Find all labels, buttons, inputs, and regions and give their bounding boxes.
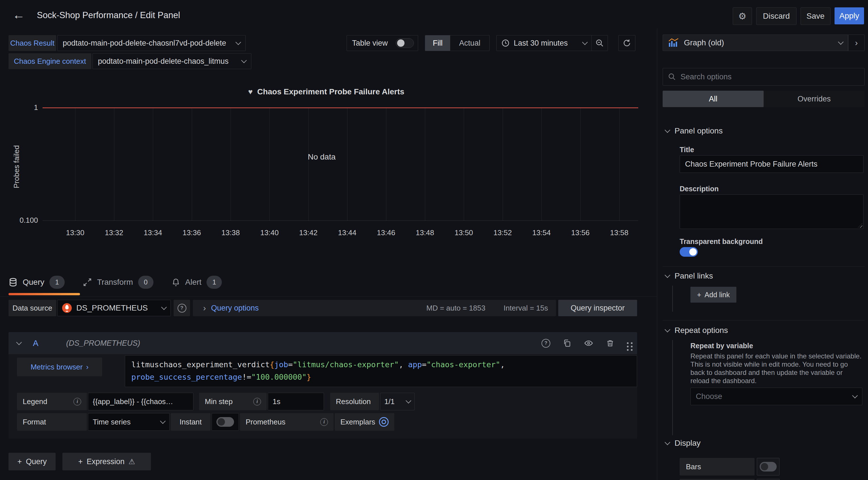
instant-toggle-box	[212, 413, 239, 431]
collapse-chevron-icon[interactable]	[16, 339, 22, 345]
eye-icon[interactable]	[584, 339, 593, 348]
table-view-label: Table view	[352, 39, 388, 47]
fill-option[interactable]: Fill	[425, 35, 450, 51]
title-field-label: Title	[680, 146, 694, 154]
promql-editor[interactable]: litmuschaos_experiment_verdict{job="litm…	[125, 355, 637, 387]
promql-token: app	[408, 360, 422, 369]
visualization-picker[interactable]: Graph (old)	[663, 35, 848, 51]
datasource-select[interactable]: DS_PROMETHEUS	[57, 300, 171, 316]
add-link-button[interactable]: + Add link	[690, 287, 736, 303]
datasource-help-button[interactable]: ?	[174, 300, 190, 316]
resolution-value: 1/1	[384, 397, 395, 406]
toggle-knob	[397, 39, 404, 47]
trash-icon[interactable]	[606, 339, 614, 348]
panel-title-input[interactable]: Chaos Experiment Probe Failure Alerts	[680, 155, 864, 173]
back-arrow-icon[interactable]: ←	[12, 8, 25, 22]
chevron-down-icon	[664, 272, 670, 278]
next-option-row-clipped	[680, 479, 754, 480]
section-title: Repeat options	[675, 326, 728, 335]
bars-label-box: Bars	[680, 458, 754, 476]
panel-description-textarea[interactable]	[680, 194, 864, 229]
zoom-out-time-button[interactable]	[591, 35, 608, 51]
section-rail	[672, 340, 673, 435]
repeat-variable-select[interactable]: Choose	[690, 388, 862, 405]
tab-transform[interactable]: Transform 0	[83, 276, 153, 289]
info-icon: i	[73, 398, 81, 406]
discard-button[interactable]: Discard	[756, 7, 797, 25]
promql-token: litmuschaos_experiment_verdict	[131, 360, 270, 369]
actual-option[interactable]: Actual	[450, 35, 489, 51]
x-tick-label: 13:56	[560, 228, 600, 237]
table-view-toggle[interactable]	[396, 38, 414, 48]
datasource-label: Data source	[8, 300, 56, 316]
transparent-background-label: Transparent background	[680, 237, 763, 246]
tab-query[interactable]: Query 1	[8, 276, 65, 289]
graph-viz-icon	[668, 38, 679, 47]
resize-handle[interactable]	[858, 223, 862, 228]
plus-icon: +	[78, 457, 83, 466]
exemplars-target-icon[interactable]	[379, 417, 389, 427]
table-view-control: Table view	[347, 35, 418, 51]
transparent-background-toggle[interactable]	[680, 247, 698, 257]
save-button[interactable]: Save	[801, 7, 831, 25]
duplicate-icon[interactable]	[563, 339, 571, 348]
gridline	[464, 108, 464, 221]
transform-icon	[83, 278, 92, 287]
variable-dropdown-chaos-engine-context[interactable]: podtato-main-pod-delete-chaos_litmus	[92, 53, 251, 69]
y-tick-1: 1	[26, 103, 38, 112]
drag-handle-icon[interactable]	[627, 342, 628, 344]
tab-label: Alert	[185, 278, 202, 287]
exemplars-label: Exemplars	[340, 418, 375, 426]
query-row-header[interactable]: A (DS_PROMETHEUS) ?	[8, 332, 637, 354]
question-circle-icon: ?	[178, 304, 186, 312]
options-tabs: All Overrides	[663, 91, 865, 107]
tab-overrides[interactable]: Overrides	[764, 91, 865, 107]
gridline	[192, 108, 192, 221]
query-options-link[interactable]: Query options	[211, 304, 426, 312]
time-range-picker[interactable]: Last 30 minutes	[496, 35, 592, 51]
format-select[interactable]: Time series	[88, 413, 169, 431]
panel-options-header[interactable]: Panel options	[665, 126, 723, 135]
section-title: Panel links	[675, 271, 713, 280]
plus-icon: +	[697, 291, 701, 299]
x-tick-label: 13:52	[483, 228, 523, 237]
panel-links-header[interactable]: Panel links	[665, 271, 713, 280]
repeat-options-header[interactable]: Repeat options	[665, 326, 728, 335]
add-expression-button[interactable]: + Expression ⚠	[62, 453, 151, 470]
gear-icon: ⚙	[738, 11, 747, 22]
query-help-icon[interactable]: ?	[541, 339, 550, 348]
no-data-text: No data	[308, 152, 336, 162]
tab-alert[interactable]: Alert 1	[172, 276, 222, 289]
variable-dropdown-chaos-result[interactable]: podtato-main-pod-delete-chaosnl7vd-pod-d…	[57, 35, 246, 51]
apply-button[interactable]: Apply	[835, 7, 864, 24]
instant-toggle[interactable]	[216, 417, 234, 427]
search-placeholder: Search options	[681, 72, 732, 81]
display-header[interactable]: Display	[665, 439, 701, 448]
plot-area[interactable]	[42, 107, 638, 221]
bars-toggle[interactable]	[760, 462, 777, 472]
tab-count-badge: 0	[138, 276, 153, 289]
promql-token: ,	[399, 360, 408, 369]
legend-input[interactable]: {{app_label}} - {{chaos…	[88, 393, 193, 410]
search-options-input[interactable]: Search options	[663, 68, 865, 85]
tab-all[interactable]: All	[663, 91, 764, 107]
metrics-browser-button[interactable]: Metrics browser ›	[17, 357, 102, 376]
variable-value-text: podtato-main-pod-delete-chaosnl7vd-pod-d…	[63, 39, 226, 47]
next-toggle-clipped	[757, 479, 779, 480]
clock-icon	[501, 39, 510, 47]
add-query-button[interactable]: + Query	[8, 453, 56, 470]
query-inspector-button[interactable]: Query inspector	[558, 300, 637, 316]
chart-title-row[interactable]: ♥ Chaos Experiment Probe Failure Alerts	[184, 87, 468, 96]
min-step-input[interactable]: 1s	[268, 393, 324, 410]
panel-settings-button[interactable]: ⚙	[733, 7, 752, 25]
query-options-strip: › Query options MD = auto = 1853 Interva…	[193, 300, 556, 316]
toggle-knob	[218, 418, 225, 425]
collapse-options-button[interactable]: ›	[848, 35, 865, 51]
promql-token: !=	[242, 373, 251, 381]
instant-label-box: Instant	[171, 413, 211, 431]
toggle-knob	[689, 248, 697, 255]
resolution-select[interactable]: 1/1	[380, 393, 415, 410]
refresh-button[interactable]	[618, 35, 636, 51]
add-expression-label: Expression	[87, 457, 125, 466]
promql-token: }	[307, 373, 311, 381]
